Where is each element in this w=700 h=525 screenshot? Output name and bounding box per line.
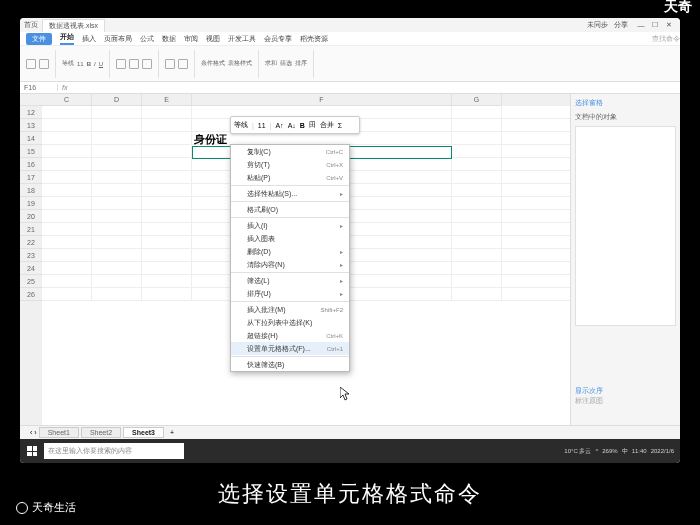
cell[interactable] (42, 145, 92, 157)
col-E[interactable]: E (142, 94, 192, 106)
cell[interactable] (142, 145, 192, 157)
pane-content[interactable] (575, 126, 676, 326)
merge-icon[interactable] (142, 59, 152, 69)
cell[interactable] (452, 262, 502, 274)
col-C[interactable]: C (42, 94, 92, 106)
taskbar-search[interactable]: 在这里输入你要搜索的内容 (44, 443, 184, 459)
cell[interactable] (92, 197, 142, 209)
ctx-item[interactable]: 插入图表 (231, 232, 349, 245)
cell[interactable] (452, 288, 502, 300)
cell[interactable] (92, 210, 142, 222)
cell[interactable] (452, 158, 502, 170)
cell[interactable] (142, 197, 192, 209)
mini-sum[interactable]: Σ (338, 122, 342, 129)
cell[interactable] (142, 275, 192, 287)
tab-home[interactable]: 开始 (60, 32, 74, 45)
align-center-icon[interactable] (129, 59, 139, 69)
cell[interactable] (452, 210, 502, 222)
add-sheet-button[interactable]: + (166, 429, 178, 436)
file-menu[interactable]: 文件 (26, 33, 52, 45)
ctx-item[interactable]: 设置单元格格式(F)...Ctrl+1 (231, 342, 349, 355)
cell[interactable] (142, 184, 192, 196)
cell[interactable] (42, 197, 92, 209)
name-box[interactable]: F16 (20, 84, 58, 91)
mini-border-icon[interactable]: 田 (309, 120, 316, 130)
cell[interactable] (42, 119, 92, 131)
cell[interactable] (42, 210, 92, 222)
row-21[interactable]: 21 (20, 223, 42, 236)
tab-review[interactable]: 审阅 (184, 34, 198, 44)
sheet-tab-3[interactable]: Sheet3 (123, 427, 164, 438)
ctx-item[interactable]: 超链接(H)Ctrl+K (231, 329, 349, 342)
mini-toolbar[interactable]: 等线 | 11 | A↑ A↓ B 田 合并 Σ (230, 116, 360, 134)
clock-date[interactable]: 2022/1/6 (651, 448, 674, 454)
clock-time[interactable]: 11:40 (632, 448, 647, 454)
cell[interactable] (142, 288, 192, 300)
tab-view[interactable]: 视图 (206, 34, 220, 44)
font-size[interactable]: 11 (77, 61, 84, 67)
tab-resource[interactable]: 稻壳资源 (300, 34, 328, 44)
row-26[interactable]: 26 (20, 288, 42, 301)
ctx-item[interactable]: 粘贴(P)Ctrl+V (231, 171, 349, 184)
tab-insert[interactable]: 插入 (82, 34, 96, 44)
table-style[interactable]: 表格样式 (228, 59, 252, 68)
network-icon[interactable]: 269% (602, 448, 617, 454)
row-25[interactable]: 25 (20, 275, 42, 288)
currency-icon[interactable] (165, 59, 175, 69)
tab-data[interactable]: 数据 (162, 34, 176, 44)
cell[interactable] (452, 171, 502, 183)
cell[interactable] (42, 262, 92, 274)
cell[interactable] (452, 197, 502, 209)
ctx-item[interactable]: 删除(D)▸ (231, 245, 349, 258)
mini-font[interactable]: 等线 (234, 120, 248, 130)
row-13[interactable]: 13 (20, 119, 42, 132)
tab-member[interactable]: 会员专享 (264, 34, 292, 44)
cell[interactable] (42, 288, 92, 300)
close-button[interactable]: ✕ (662, 21, 676, 29)
filter-button[interactable]: 筛选 (280, 59, 292, 68)
row-20[interactable]: 20 (20, 210, 42, 223)
ctx-item[interactable]: 选择性粘贴(S)...▸ (231, 187, 349, 200)
percent-icon[interactable] (178, 59, 188, 69)
ctx-item[interactable]: 插入(I)▸ (231, 219, 349, 232)
ctx-item[interactable]: 清除内容(N)▸ (231, 258, 349, 271)
row-15[interactable]: 15 (20, 145, 42, 158)
cell[interactable] (142, 262, 192, 274)
cell[interactable] (42, 223, 92, 235)
mini-merge[interactable]: 合并 (320, 120, 334, 130)
row-22[interactable]: 22 (20, 236, 42, 249)
cell[interactable] (142, 158, 192, 170)
sheet-tab-1[interactable]: Sheet1 (39, 427, 79, 438)
cell[interactable] (452, 223, 502, 235)
home-tab[interactable]: 首页 (24, 20, 38, 30)
cell[interactable] (452, 275, 502, 287)
cell[interactable] (142, 106, 192, 118)
cell[interactable] (452, 106, 502, 118)
col-F[interactable]: F (192, 94, 452, 106)
sort-button[interactable]: 排序 (295, 59, 307, 68)
cell[interactable] (92, 119, 142, 131)
cell[interactable] (92, 106, 142, 118)
cell[interactable] (452, 145, 502, 157)
cell[interactable] (142, 249, 192, 261)
fx-label[interactable]: fx (58, 84, 71, 91)
tab-dev[interactable]: 开发工具 (228, 34, 256, 44)
ctx-item[interactable]: 从下拉列表中选择(K) (231, 316, 349, 329)
mini-size[interactable]: 11 (258, 122, 266, 129)
cell[interactable] (92, 223, 142, 235)
cell[interactable] (92, 132, 142, 144)
sheet-tab-2[interactable]: Sheet2 (81, 427, 121, 438)
spreadsheet-grid[interactable]: C D E F G 身份证 等线 | 11 | A↑ A↓ B 田 合并 Σ (42, 94, 570, 434)
cell[interactable] (92, 184, 142, 196)
ctx-item[interactable]: 筛选(L)▸ (231, 274, 349, 287)
ctx-item[interactable]: 复制(C)Ctrl+C (231, 145, 349, 158)
cell[interactable] (92, 158, 142, 170)
cell[interactable] (142, 132, 192, 144)
ctx-item[interactable]: 快速筛选(B) (231, 358, 349, 371)
cell[interactable] (42, 158, 92, 170)
cell[interactable] (452, 119, 502, 131)
mini-bold[interactable]: B (300, 122, 305, 129)
pane-outline[interactable]: 显示次序 (575, 386, 676, 396)
cond-format[interactable]: 条件格式 (201, 59, 225, 68)
cell[interactable] (142, 119, 192, 131)
